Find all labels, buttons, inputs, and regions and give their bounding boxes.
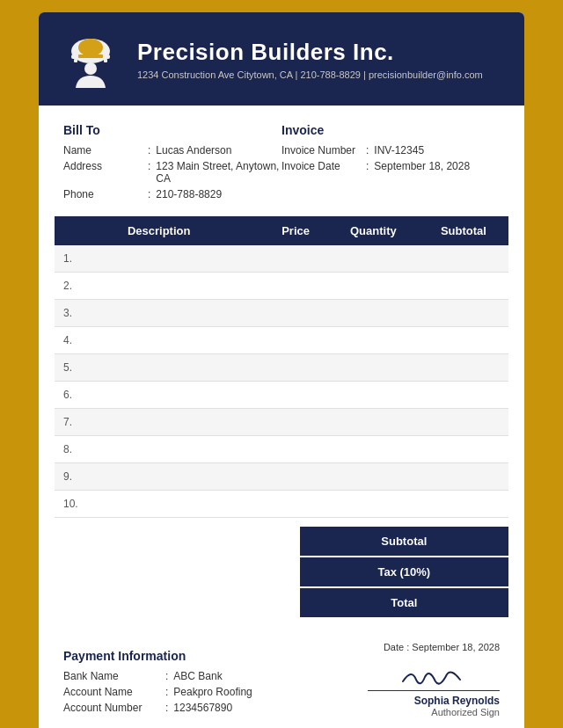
bill-address-row: Address : 123 Main Street, Anytown, CA xyxy=(63,160,282,185)
tax-row: Tax (10%) xyxy=(300,557,508,586)
account-name-label: Account Name xyxy=(63,686,160,698)
row-subtotal xyxy=(419,354,508,382)
signature-area: Date : September 18, 2028 Sophia Reynold… xyxy=(368,642,500,717)
invoice-wrapper: Precision Builders Inc. 1234 Constructio… xyxy=(26,0,537,728)
row-num-desc: 7. xyxy=(55,409,263,436)
row-num-desc: 5. xyxy=(55,354,263,382)
name-value: Lucas Anderson xyxy=(156,144,231,157)
totals-left xyxy=(55,527,300,619)
subtotal-label: Subtotal xyxy=(381,535,427,548)
phone-value: 210-788-8829 xyxy=(156,188,222,200)
table-row: 4. xyxy=(55,327,508,354)
svg-rect-5 xyxy=(78,55,103,58)
table-row: 3. xyxy=(55,300,508,327)
row-subtotal xyxy=(419,327,508,354)
signature-date: Date : September 18, 2028 xyxy=(368,642,500,652)
payment-info: Payment Information Bank Name : ABC Bank… xyxy=(63,649,252,717)
table-header: Description Price Quantity Subtotal xyxy=(55,216,508,245)
address-colon: : xyxy=(148,160,150,172)
header-text: Precision Builders Inc. 1234 Constructio… xyxy=(137,39,483,80)
row-subtotal xyxy=(419,463,508,491)
account-number-colon: : xyxy=(165,702,168,714)
row-qty xyxy=(328,382,419,409)
row-num-desc: 3. xyxy=(55,300,263,327)
account-name-value: Peakpro Roofing xyxy=(173,686,252,698)
row-num-desc: 4. xyxy=(55,327,263,354)
account-number-label: Account Number xyxy=(63,702,160,714)
table-row: 9. xyxy=(55,463,508,491)
row-num-desc: 9. xyxy=(55,463,263,491)
signer-title: Authorized Sign xyxy=(368,707,500,717)
table-body: 1. 2. 3. 4. 5. 6. xyxy=(55,245,508,518)
invoice-number-label: Invoice Number xyxy=(282,144,361,157)
bank-colon: : xyxy=(165,670,168,682)
col-price: Price xyxy=(263,216,327,245)
bank-row: Bank Name : ABC Bank xyxy=(63,670,252,682)
row-price xyxy=(263,491,327,518)
col-subtotal: Subtotal xyxy=(419,216,508,245)
row-subtotal xyxy=(419,436,508,463)
company-logo-icon xyxy=(60,28,121,90)
invoice-date-row: Invoice Date : September 18, 2028 xyxy=(282,160,500,172)
account-name-row: Account Name : Peakpro Roofing xyxy=(63,686,252,698)
invoice-title: Invoice xyxy=(282,123,500,137)
row-qty xyxy=(328,245,419,273)
row-qty xyxy=(328,409,419,436)
totals-right: Subtotal Tax (10%) Total xyxy=(300,527,508,619)
account-number-row: Account Number : 1234567890 xyxy=(63,702,252,714)
row-num-desc: 6. xyxy=(55,382,263,409)
svg-rect-3 xyxy=(104,59,107,62)
svg-point-6 xyxy=(84,62,97,75)
row-subtotal xyxy=(419,382,508,409)
subtotal-row: Subtotal xyxy=(300,527,508,556)
row-num-desc: 10. xyxy=(55,491,263,518)
account-name-colon: : xyxy=(165,686,168,698)
invoice-number-value: INV-12345 xyxy=(374,144,424,157)
col-quantity: Quantity xyxy=(328,216,419,245)
totals-section: Subtotal Tax (10%) Total xyxy=(39,527,524,633)
footer-section: Payment Information Bank Name : ABC Bank… xyxy=(39,633,524,728)
row-qty xyxy=(328,300,419,327)
account-number-value: 1234567890 xyxy=(173,702,232,714)
company-name: Precision Builders Inc. xyxy=(137,39,483,66)
address-label: Address xyxy=(63,160,143,172)
row-price xyxy=(263,245,327,273)
table-row: 8. xyxy=(55,436,508,463)
phone-colon: : xyxy=(148,188,150,200)
invoice-date-value: September 18, 2028 xyxy=(374,160,470,172)
table-row: 7. xyxy=(55,409,508,436)
total-row: Total xyxy=(300,588,508,617)
invoice-number-row: Invoice Number : INV-12345 xyxy=(282,144,500,157)
row-qty xyxy=(328,491,419,518)
date-value: September 18, 2028 xyxy=(412,642,500,652)
table-row: 10. xyxy=(55,491,508,518)
row-subtotal xyxy=(419,273,508,300)
name-label: Name xyxy=(63,144,143,157)
payment-title: Payment Information xyxy=(63,649,252,663)
row-price xyxy=(263,354,327,382)
info-section: Bill To Name : Lucas Anderson Address : … xyxy=(39,106,524,216)
bank-label: Bank Name xyxy=(63,670,160,682)
row-qty xyxy=(328,354,419,382)
total-label: Total xyxy=(391,596,417,609)
row-price xyxy=(263,300,327,327)
tax-label: Tax (10%) xyxy=(377,565,430,579)
row-subtotal xyxy=(419,300,508,327)
invoice-table: Description Price Quantity Subtotal 1. 2… xyxy=(55,216,508,518)
row-price xyxy=(263,382,327,409)
row-price xyxy=(263,436,327,463)
row-subtotal xyxy=(419,491,508,518)
row-qty xyxy=(328,273,419,300)
signer-name: Sophia Reynolds xyxy=(368,695,500,707)
row-price xyxy=(263,327,327,354)
name-colon: : xyxy=(148,144,150,157)
table-section: Description Price Quantity Subtotal 1. 2… xyxy=(39,216,524,527)
row-num-desc: 2. xyxy=(55,273,263,300)
svg-rect-2 xyxy=(74,59,77,62)
address-value: 123 Main Street, Anytown, CA xyxy=(156,160,282,185)
invoice-date-colon: : xyxy=(366,160,369,172)
row-price xyxy=(263,273,327,300)
row-qty xyxy=(328,327,419,354)
phone-label: Phone xyxy=(63,188,143,200)
bank-value: ABC Bank xyxy=(173,670,222,682)
